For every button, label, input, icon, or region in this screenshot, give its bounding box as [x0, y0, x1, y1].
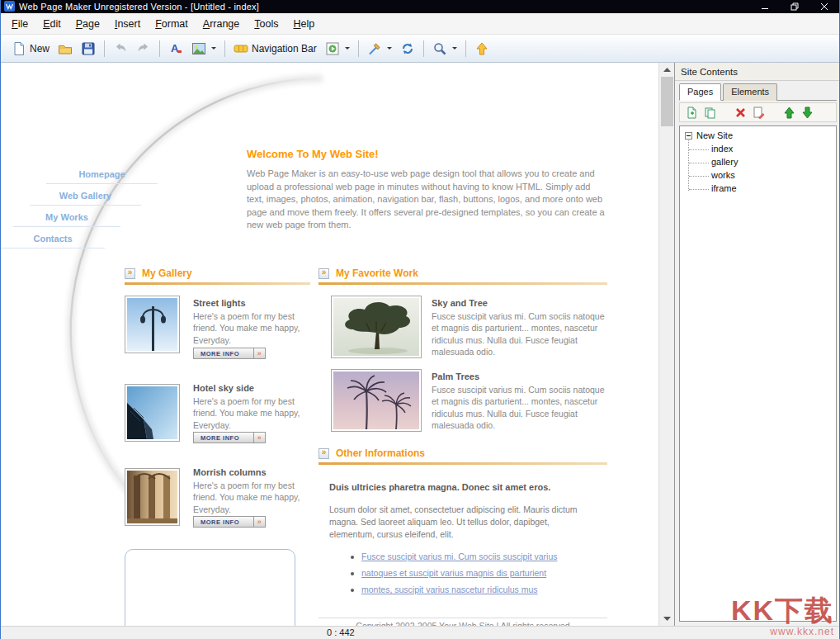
photo-palm-trees[interactable] — [331, 369, 422, 432]
media-button[interactable] — [321, 38, 354, 59]
photo-morrish-columns[interactable] — [125, 468, 180, 526]
welcome-paragraph[interactable]: Web Page Maker is an easy-to-use web pag… — [247, 168, 610, 232]
welcome-heading[interactable]: Welcome To My Web Site! — [247, 148, 379, 160]
favorite-item-name[interactable]: Palm Trees — [432, 372, 479, 381]
tab-pages[interactable]: Pages — [679, 83, 721, 101]
chevrons-icon — [253, 517, 265, 527]
page-properties-button[interactable] — [753, 106, 765, 119]
zoom-button[interactable] — [428, 38, 461, 59]
font-button[interactable]: A — [164, 38, 187, 59]
chevrons-icon — [319, 448, 329, 459]
tree-item-gallery[interactable]: gallery — [680, 156, 836, 169]
design-canvas[interactable]: Homepage Web Gallery My Works Contacts W… — [1, 63, 658, 626]
new-button-label: New — [30, 43, 50, 54]
redo-icon — [136, 41, 151, 56]
section-title-my-favorite-work: My Favorite Work — [336, 267, 418, 279]
more-info-button[interactable]: MORE INFO — [193, 348, 266, 359]
tree-item-iframe[interactable]: iframe — [680, 182, 836, 196]
collapse-icon[interactable] — [685, 132, 692, 140]
close-button[interactable] — [809, 0, 839, 13]
dropdown-arrow-icon — [387, 47, 392, 50]
upload-button[interactable] — [470, 38, 493, 59]
scroll-up-button[interactable] — [659, 63, 675, 77]
gallery-item-desc[interactable]: Here's a poem for my best friend. You ma… — [193, 480, 302, 515]
section-header-other-informations[interactable]: Other Informations — [319, 444, 607, 462]
bullet-icon — [351, 556, 354, 559]
menu-item-arrange[interactable]: Arrange — [196, 15, 247, 33]
open-folder-icon — [58, 41, 73, 56]
other-info-heading[interactable]: Duis ultricies pharetra magna. Donec sit… — [329, 482, 602, 492]
minimize-button[interactable] — [750, 0, 780, 13]
nav-link-web-gallery[interactable]: Web Gallery — [30, 188, 141, 206]
menu-item-page[interactable]: Page — [68, 15, 107, 33]
photo-hotel-sky-side[interactable] — [125, 384, 180, 442]
text-link[interactable]: montes, suscipit varius nascetur ridicul… — [361, 585, 538, 594]
publish-button[interactable] — [396, 38, 419, 59]
pencil-icon — [367, 41, 382, 56]
section-title-other-informations: Other Informations — [336, 447, 425, 459]
menu-item-file[interactable]: File — [4, 15, 35, 33]
photo-street-lights[interactable] — [125, 296, 180, 353]
menu-item-help[interactable]: Help — [286, 15, 322, 33]
text-link[interactable]: Fusce suscipit varius mi. Cum sociis sus… — [361, 551, 557, 561]
restore-icon — [790, 2, 799, 11]
favorite-item-desc[interactable]: Fusce suscipit varius mi. Cum sociis nat… — [432, 384, 610, 432]
draw-button[interactable] — [363, 38, 396, 59]
copy-page-button[interactable] — [704, 106, 716, 119]
tree-item-works[interactable]: works — [680, 169, 836, 182]
gallery-item-desc[interactable]: Here's a poem for my best friend. You ma… — [193, 395, 302, 431]
favorite-item-desc[interactable]: Fusce suscipit varius mi. Cum sociis nat… — [432, 310, 610, 358]
site-contents-panel: Site Contents Pages Elements New Site — [674, 63, 840, 626]
menu-item-insert[interactable]: Insert — [107, 15, 148, 33]
photo-sky-and-tree[interactable] — [331, 296, 422, 358]
text-link[interactable]: natoques et suscipit varius magnis dis p… — [361, 568, 546, 578]
tree-line — [689, 176, 709, 177]
gallery-item-desc[interactable]: Here's a poem for my best friend. You ma… — [193, 310, 302, 346]
undo-icon — [113, 41, 128, 56]
new-button[interactable]: New — [7, 38, 54, 59]
favorite-item-name[interactable]: Sky and Tree — [432, 298, 488, 308]
tab-elements[interactable]: Elements — [723, 83, 777, 101]
nav-link-contacts[interactable]: Contacts — [1, 231, 105, 248]
menu-item-edit[interactable]: Edit — [35, 15, 68, 33]
navigation-bar-button[interactable]: Navigation Bar — [229, 38, 321, 59]
scroll-down-button[interactable] — [659, 612, 675, 626]
gallery-item-name[interactable]: Morrish columns — [193, 467, 267, 477]
tree-item-index[interactable]: index — [680, 143, 836, 156]
more-info-button[interactable]: MORE INFO — [193, 516, 266, 528]
app-window: Web Page Maker Unregistered Version - [U… — [0, 0, 840, 639]
section-header-my-gallery[interactable]: My Gallery — [125, 264, 310, 282]
section-title-my-gallery: My Gallery — [142, 267, 192, 279]
section-header-my-favorite-work[interactable]: My Favorite Work — [319, 264, 607, 282]
chevrons-icon — [253, 348, 265, 358]
nav-link-my-works[interactable]: My Works — [13, 210, 120, 227]
redo-button[interactable] — [132, 38, 155, 59]
move-up-button[interactable] — [783, 106, 795, 119]
other-info-paragraph[interactable]: Losum dolor sit amet, consectetuer adipi… — [329, 504, 597, 542]
scrollbar-thumb[interactable] — [661, 77, 673, 126]
delete-page-button[interactable] — [734, 106, 747, 119]
gallery-item-name[interactable]: Street lights — [193, 298, 246, 308]
new-page-button[interactable] — [686, 106, 698, 119]
nav-link-homepage[interactable]: Homepage — [46, 167, 158, 184]
save-button[interactable] — [77, 38, 100, 59]
vertical-scrollbar[interactable] — [658, 63, 674, 626]
toolbar-separator — [465, 40, 466, 57]
menu-item-tools[interactable]: Tools — [247, 15, 286, 33]
menu-item-format[interactable]: Format — [148, 15, 196, 33]
undo-button[interactable] — [109, 38, 132, 59]
image-button[interactable] — [187, 38, 220, 59]
gallery-item-name[interactable]: Hotel sky side — [193, 383, 254, 393]
tree-root-new-site[interactable]: New Site — [680, 130, 836, 143]
section-underline — [319, 282, 607, 285]
empty-content-box[interactable] — [125, 549, 295, 626]
scroll-down-icon — [663, 617, 671, 621]
sync-arrows-icon — [400, 41, 415, 56]
cursor-position: 0 : 442 — [327, 627, 355, 637]
bullet-icon — [351, 572, 354, 575]
restore-button[interactable] — [780, 0, 809, 13]
open-button[interactable] — [54, 38, 77, 59]
save-icon — [81, 41, 96, 56]
move-down-button[interactable] — [801, 106, 814, 119]
more-info-button[interactable]: MORE INFO — [193, 432, 266, 443]
